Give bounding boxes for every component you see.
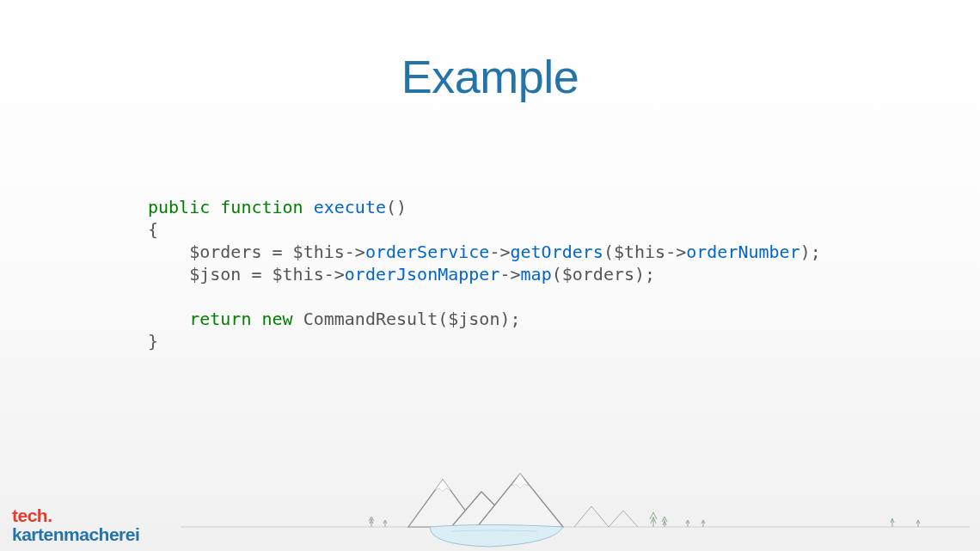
arrow: -> [665, 242, 686, 262]
class-CommandResult: CommandResult [303, 309, 438, 329]
indent [148, 264, 189, 285]
brace-close: } [148, 331, 158, 352]
arrow: -> [499, 264, 520, 285]
member-getOrders: getOrders [511, 242, 603, 262]
parens: () [386, 197, 407, 217]
slide-title: Example [0, 0, 980, 103]
arrow: -> [345, 242, 365, 262]
paren-close: ); [634, 264, 655, 285]
paren-close: ); [499, 309, 520, 329]
brace-open: { [148, 219, 158, 240]
paren-close: ); [800, 242, 821, 262]
brand-logo: tech. kartenmacherei [12, 506, 139, 544]
kw-function: function [220, 197, 303, 217]
indent [148, 309, 189, 329]
var-json: $json [448, 309, 499, 329]
paren-open: ( [603, 242, 614, 262]
indent [148, 242, 189, 262]
var-orders: $orders [562, 264, 634, 285]
arrow: -> [324, 264, 345, 285]
fn-name: execute [314, 197, 386, 217]
member-orderNumber: orderNumber [686, 242, 799, 262]
logo-bottom: kartenmacherei [12, 525, 139, 544]
var-json: $json [189, 264, 241, 285]
this: $this [614, 242, 665, 262]
logo-top: tech. [12, 506, 139, 525]
kw-return: return [189, 309, 251, 329]
member-orderService: orderService [365, 242, 490, 262]
this: $this [273, 264, 324, 285]
member-orderJsonMapper: orderJsonMapper [345, 264, 500, 285]
kw-new: new [261, 309, 292, 329]
var-orders: $orders [189, 242, 261, 262]
assign: = [261, 242, 292, 262]
paren-open: ( [438, 309, 448, 329]
paren-open: ( [552, 264, 562, 285]
assign: = [241, 264, 272, 285]
member-map: map [521, 264, 552, 285]
this: $this [293, 242, 345, 262]
arrow: -> [489, 242, 510, 262]
code-example: public function execute() { $orders = $t… [148, 196, 980, 352]
mountain-decoration-icon [0, 469, 980, 551]
kw-public: public [148, 197, 210, 217]
